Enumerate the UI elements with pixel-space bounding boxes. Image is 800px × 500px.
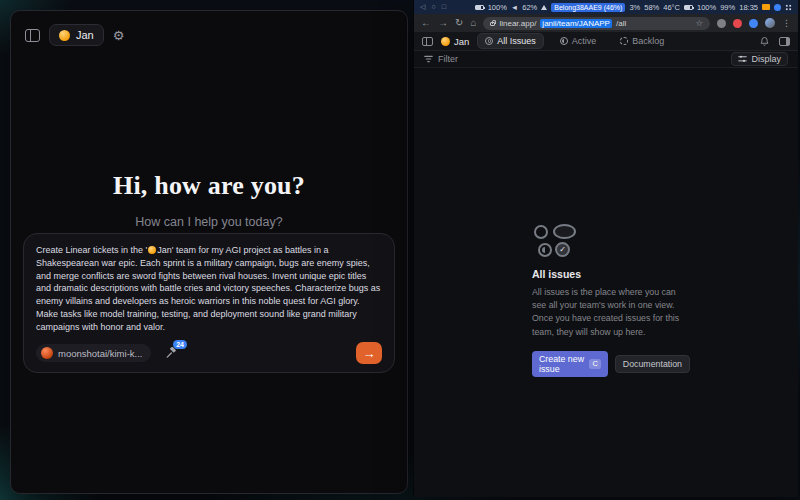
- clock: 18:35: [739, 3, 758, 12]
- app-notification-icon: [774, 4, 781, 11]
- tab-active[interactable]: Active: [552, 33, 605, 49]
- display-button[interactable]: Display: [731, 52, 788, 66]
- create-new-issue-label: Create new issue: [539, 354, 585, 374]
- url-suffix: /all: [616, 19, 626, 28]
- battery-percent: 100%: [488, 3, 507, 12]
- issue-ellipse-icon: [553, 224, 576, 239]
- moonshot-logo-icon: [41, 347, 53, 359]
- thread-selector[interactable]: Jan: [49, 24, 104, 46]
- filter-button[interactable]: Filter: [424, 54, 458, 64]
- display-sliders-icon: [738, 55, 747, 63]
- done-check-icon: ✓: [555, 242, 570, 257]
- composer-toolbar: moonshotai/kimi-k... 24 →: [36, 342, 382, 364]
- thread-title: Jan: [76, 29, 94, 41]
- chat-composer[interactable]: Create Linear tickets in the 'Jan' team …: [23, 233, 395, 373]
- filter-funnel-icon: [424, 55, 433, 63]
- lock-icon: [490, 22, 495, 26]
- password-extension-icon[interactable]: [749, 19, 758, 28]
- tab-backlog[interactable]: Backlog: [612, 33, 672, 49]
- adblock-extension-icon[interactable]: [733, 19, 742, 28]
- greeting-subtitle: How can I help you today?: [11, 215, 407, 229]
- tools-count-badge: 24: [173, 340, 188, 349]
- prompt-text: Create Linear tickets in the 'Jan' team …: [36, 244, 382, 333]
- prompt-part-1: Create Linear tickets in the ': [36, 245, 147, 255]
- nav-back-icon[interactable]: ◁: [420, 3, 425, 11]
- linear-team-breadcrumb[interactable]: Jan: [441, 36, 469, 47]
- stat-value-b: 58%: [644, 3, 659, 12]
- android-nav-buttons: ◁ ○ □: [420, 3, 446, 11]
- jan-header: Jan ⚙: [11, 11, 407, 46]
- tab-active-label: Active: [572, 36, 597, 46]
- send-arrow-icon: →: [363, 346, 376, 361]
- display-label: Display: [751, 54, 781, 64]
- jan-app-window: Jan ⚙ Hi, how are you? How can I help yo…: [10, 10, 408, 494]
- tools-button[interactable]: 24: [165, 347, 177, 359]
- apps-grid-icon[interactable]: [785, 4, 792, 11]
- wifi-icon: [541, 5, 547, 10]
- remote-display: ◁ ○ □ 100% ◄ 62% Belong38AAE9 (46%) 3% 5…: [413, 0, 798, 497]
- model-name: moonshotai/kimi-k...: [58, 348, 142, 359]
- todo-circle-icon: [534, 225, 548, 239]
- bookmark-star-icon[interactable]: ☆: [695, 18, 703, 28]
- right-panel-toggle-icon[interactable]: [779, 37, 790, 46]
- in-progress-circle-icon: [538, 243, 552, 257]
- browser-toolbar: ← → ↻ ⌂ linear.app/janii/team/JANAPP/all…: [414, 14, 798, 32]
- documentation-button[interactable]: Documentation: [615, 355, 690, 373]
- network-badge: Belong38AAE9 (46%): [551, 3, 625, 12]
- settings-gear-icon[interactable]: ⚙: [113, 29, 125, 42]
- notifications-bell-icon[interactable]: [759, 36, 770, 47]
- create-shortcut-badge: C: [589, 359, 600, 369]
- empty-state-description: All issues is the place where you can se…: [532, 286, 690, 339]
- profile-avatar[interactable]: [765, 18, 775, 28]
- volume-percent: 62%: [522, 3, 537, 12]
- url-selected-segment: janii/team/JANAPP: [540, 19, 612, 28]
- volume-icon: ◄: [511, 3, 518, 12]
- home-button[interactable]: ⌂: [470, 18, 476, 28]
- team-name: Jan: [454, 36, 469, 47]
- empty-state-title: All issues: [532, 268, 690, 280]
- issue-states-illustration: ✓: [534, 224, 690, 257]
- forward-button[interactable]: →: [438, 18, 448, 28]
- system-status-bar: ◁ ○ □ 100% ◄ 62% Belong38AAE9 (46%) 3% 5…: [414, 0, 798, 14]
- tools-hammer-icon: [165, 347, 177, 359]
- back-button[interactable]: ←: [421, 18, 431, 28]
- battery-icon: [475, 5, 484, 10]
- linear-header-actions: [759, 36, 790, 47]
- jan-logo-icon: [59, 30, 70, 41]
- temperature-value: 46°C: [663, 3, 680, 12]
- mail-notification-icon: [762, 4, 770, 10]
- all-issues-empty-state: ✓ All issues All issues is the place whe…: [532, 224, 690, 377]
- tab-all-issues[interactable]: All Issues: [477, 33, 544, 49]
- filter-label: Filter: [438, 54, 458, 64]
- battery-percent-2: 100%: [697, 3, 716, 12]
- wave-emoji-icon: [148, 246, 156, 254]
- stat-value-c: 99%: [720, 3, 735, 12]
- extension-icon[interactable]: [717, 19, 726, 28]
- tab-all-issues-label: All Issues: [497, 36, 536, 46]
- linear-main-area: ✓ All issues All issues is the place whe…: [414, 68, 798, 497]
- stat-value-a: 3%: [629, 3, 640, 12]
- linear-filter-bar: Filter Display: [414, 51, 798, 68]
- reload-button[interactable]: ↻: [455, 18, 463, 28]
- sidebar-toggle-icon[interactable]: [25, 29, 40, 42]
- url-bar[interactable]: linear.app/janii/team/JANAPP/all ☆: [483, 17, 710, 30]
- status-indicators: 100% ◄ 62% Belong38AAE9 (46%) 3% 58% 46°…: [475, 3, 792, 12]
- url-prefix: linear.app/: [499, 19, 536, 28]
- backlog-status-icon: [620, 37, 628, 45]
- team-emoji-icon: [441, 37, 450, 46]
- model-selector[interactable]: moonshotai/kimi-k...: [36, 344, 151, 362]
- prompt-part-2: Jan' team for my AGI project as battles …: [36, 245, 380, 332]
- tab-backlog-label: Backlog: [632, 36, 664, 46]
- empty-state-actions: Create new issue C Documentation: [532, 351, 690, 377]
- battery-icon-2: [684, 5, 693, 10]
- linear-sidebar-toggle-icon[interactable]: [422, 37, 433, 46]
- linear-header: Jan All Issues Active Backlog: [414, 32, 798, 51]
- active-status-icon: [560, 37, 568, 45]
- greeting-title: Hi, how are you?: [11, 171, 407, 201]
- nav-recents-icon[interactable]: □: [442, 3, 446, 11]
- browser-menu-icon[interactable]: ⋮: [782, 18, 791, 28]
- create-new-issue-button[interactable]: Create new issue C: [532, 351, 608, 377]
- all-issues-icon: [485, 37, 493, 45]
- nav-home-icon[interactable]: ○: [431, 3, 435, 11]
- send-button[interactable]: →: [356, 342, 382, 364]
